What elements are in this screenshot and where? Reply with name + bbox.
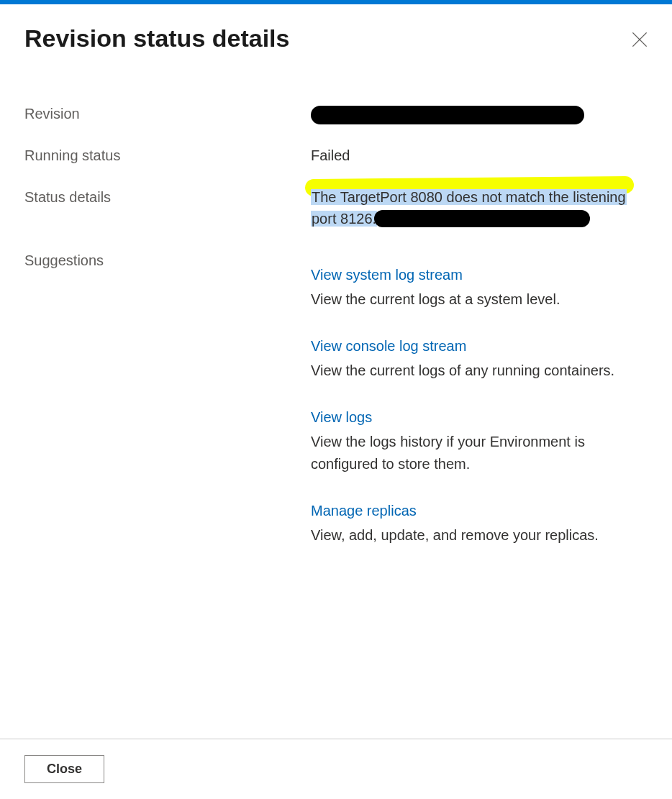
value-revision xyxy=(311,103,648,124)
label-revision: Revision xyxy=(24,103,311,124)
link-view-logs[interactable]: View logs xyxy=(311,406,372,428)
suggestion-item: View console log stream View the current… xyxy=(311,335,648,382)
link-view-system-log-stream[interactable]: View system log stream xyxy=(311,264,463,286)
suggestion-desc: View the logs history if your Environmen… xyxy=(311,431,648,475)
label-running-status: Running status xyxy=(24,145,311,166)
row-running-status: Running status Failed xyxy=(24,145,648,166)
value-suggestions: View system log stream View the current … xyxy=(311,250,648,571)
label-suggestions: Suggestions xyxy=(24,250,311,271)
status-details-text-2: port 8126. xyxy=(311,211,377,227)
link-view-console-log-stream[interactable]: View console log stream xyxy=(311,335,466,357)
suggestion-item: View logs View the logs history if your … xyxy=(311,406,648,475)
label-status-details: Status details xyxy=(24,186,311,208)
suggestion-item: Manage replicas View, add, update, and r… xyxy=(311,500,648,547)
close-button[interactable]: Close xyxy=(24,755,104,783)
page-title: Revision status details xyxy=(24,24,289,52)
link-manage-replicas[interactable]: Manage replicas xyxy=(311,500,417,521)
footer: Close xyxy=(0,739,672,799)
row-suggestions: Suggestions View system log stream View … xyxy=(24,250,648,571)
close-icon[interactable] xyxy=(632,32,648,47)
redaction-revision xyxy=(311,106,584,124)
row-revision: Revision xyxy=(24,103,648,124)
value-status-details: The TargetPort 8080 does not match the l… xyxy=(311,186,648,229)
status-details-text-1: The TargetPort 8080 does not match the l… xyxy=(311,189,627,205)
redaction-status-details xyxy=(374,210,590,227)
suggestion-desc: View, add, update, and remove your repli… xyxy=(311,524,648,547)
suggestion-desc: View the current logs at a system level. xyxy=(311,288,648,311)
suggestion-desc: View the current logs of any running con… xyxy=(311,360,648,382)
suggestion-item: View system log stream View the current … xyxy=(311,264,648,311)
row-status-details: Status details The TargetPort 8080 does … xyxy=(24,186,648,229)
panel-body: Revision status details Revision Running… xyxy=(0,4,672,734)
value-running-status: Failed xyxy=(311,145,648,166)
header-row: Revision status details xyxy=(24,24,648,52)
